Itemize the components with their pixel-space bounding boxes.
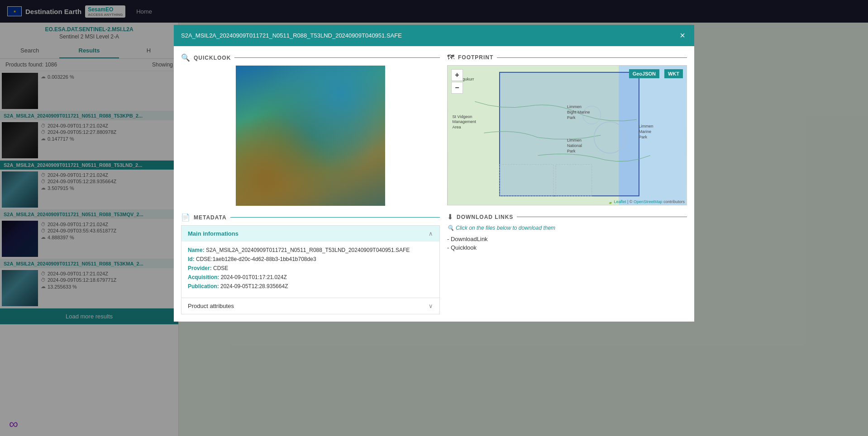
zoom-out-button[interactable]: − [451,82,463,94]
main-info-accordion-header[interactable]: Main informations ∧ [181,226,439,242]
footprint-map: Ngukurr St VidgeonManagementArea LimmenB… [447,65,687,205]
quicklook-icon: 🔍 [181,53,190,62]
metadata-name-row: Name: S2A_MSIL2A_20240909T011721_N0511_R… [188,247,433,253]
download-list: DownloadLink Quicklook [447,235,687,252]
metadata-divider [230,217,440,218]
id-label: Id: [188,256,195,262]
acquisition-value: 2024-09-01T01:17:21.024Z [221,274,287,280]
map-attribution: 🍃 Leaflet | © OpenStreetMap contributors [608,199,685,204]
download-hint: 🔍 Click on the files below to download t… [447,225,687,231]
publication-value: 2024-09-05T12:28.935664Z [220,283,288,289]
id-value: CDSE:1aeb128e-d20c-4d62-88b3-1bb41b708de… [196,256,316,262]
svg-rect-3 [500,72,639,196]
map-label-limmen-marine: LimmenBight MarinePark [567,104,590,120]
modal-right-column: 🗺 FOOTPRINT [447,53,687,314]
footprint-divider [497,57,687,58]
product-attr-label: Product attributes [188,303,234,309]
quicklook-section: 🔍 QUICKLOOK [181,53,440,206]
quicklook-image [236,66,385,206]
wkt-button[interactable]: WKT [664,69,683,78]
modal-dialog: S2A_MSIL2A_20240909T011721_N0511_R088_T5… [174,25,694,322]
metadata-section: 📄 METADATA Main informations ∧ [181,213,440,314]
chevron-down-icon: ∨ [429,303,433,309]
modal-header: S2A_MSIL2A_20240909T011721_N0511_R088_T5… [174,25,694,46]
download-divider [517,217,687,217]
download-link-item[interactable]: DownloadLink [447,235,687,243]
provider-label: Provider: [188,265,212,271]
leaflet-link[interactable]: Leaflet [614,199,626,204]
modal-body: 🔍 QUICKLOOK 📄 [174,46,694,322]
metadata-acquisition-row: Acquisition: 2024-09-01T01:17:21.024Z [188,274,433,280]
modal-left-column: 🔍 QUICKLOOK 📄 [181,53,440,314]
metadata-publication-row: Publication: 2024-09-05T12:28.935664Z [188,283,433,289]
zoom-in-button[interactable]: + [451,69,463,81]
metadata-id-row: Id: CDSE:1aeb128e-d20c-4d62-88b3-1bb41b7… [188,256,433,262]
footprint-section: 🗺 FOOTPRINT [447,53,687,205]
quicklook-label: QUICKLOOK [194,55,231,61]
name-value: S2A_MSIL2A_20240909T011721_N0511_R088_T5… [206,247,410,253]
metadata-accordion: Main informations ∧ Name: S2A_MSIL2A_202… [181,225,440,314]
map-controls: + − [451,69,463,94]
download-label: DOWNLOAD LINKS [457,214,513,220]
footprint-header: 🗺 FOOTPRINT [447,53,687,62]
geojson-button[interactable]: GeoJSON [629,69,659,78]
acquisition-label: Acquisition: [188,274,219,280]
quicklook-link-item[interactable]: Quicklook [447,243,687,252]
map-label-limmen-national: LimmenNationalPark [567,138,582,154]
chevron-up-icon: ∧ [429,230,433,237]
download-section: ⬇ DOWNLOAD LINKS 🔍 Click on the files be… [447,213,687,252]
quicklook-header: 🔍 QUICKLOOK [181,53,440,62]
modal-overlay: S2A_MSIL2A_20240909T011721_N0511_R088_T5… [0,0,868,436]
metadata-header: 📄 METADATA [181,213,440,222]
metadata-icon: 📄 [181,213,190,222]
map-label-stvidgeon: St VidgeonManagementArea [453,114,477,130]
app-container: ★ Destination Earth SesamEO ACCESS ANYTH… [0,0,868,436]
quicklook-image-container [181,66,440,206]
publication-label: Publication: [188,283,219,289]
main-info-label: Main informations [188,230,238,237]
footprint-icon: 🗺 [447,53,454,62]
map-label-limmen-marine2: LimmenMarinePark [639,124,653,140]
quicklook-divider [234,57,440,58]
osm-link[interactable]: OpenStreetMap [634,199,663,204]
search-icon: 🔍 [447,225,454,231]
download-icon: ⬇ [447,213,453,221]
provider-value: CDSE [213,265,228,271]
name-label: Name: [188,247,205,253]
footprint-label: FOOTPRINT [458,54,493,61]
modal-close-button[interactable]: × [678,30,687,41]
metadata-provider-row: Provider: CDSE [188,265,433,271]
product-attr-accordion-header[interactable]: Product attributes ∨ [181,298,439,314]
quicklook-image-inner [236,66,385,206]
main-info-body: Name: S2A_MSIL2A_20240909T011721_N0511_R… [181,242,439,298]
map-background-layer: Ngukurr St VidgeonManagementArea LimmenB… [448,66,687,205]
modal-title: S2A_MSIL2A_20240909T011721_N0511_R088_T5… [181,32,678,39]
metadata-label: METADATA [194,214,227,221]
download-hint-text: Click on the files below to download the… [456,225,555,231]
download-header: ⬇ DOWNLOAD LINKS [447,213,687,221]
